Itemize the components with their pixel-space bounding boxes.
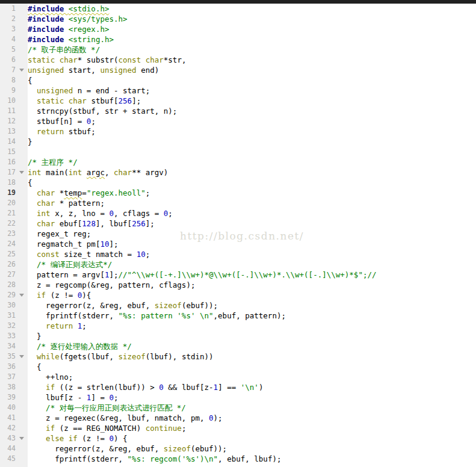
code-line[interactable]: 30 regerror(z, &reg, ebuf, sizeof(ebuf))… bbox=[0, 300, 476, 311]
code-line[interactable]: 36 { bbox=[0, 362, 476, 372]
line-number: 18 bbox=[0, 178, 16, 188]
code-text: else if (z != 0) { bbox=[28, 433, 128, 444]
line-number: 25 bbox=[0, 249, 16, 259]
code-line[interactable]: 39 lbuf[z - 1] = 0; bbox=[0, 392, 476, 403]
chevron-down-icon bbox=[19, 437, 24, 440]
code-line[interactable]: 33 } bbox=[0, 331, 476, 341]
code-line[interactable]: 17int main(int argc, char** argv) bbox=[0, 167, 476, 178]
code-text: fprintf(stderr, "%s: pattern '%s' \n",eb… bbox=[28, 311, 286, 321]
current-line-number: 19 bbox=[0, 188, 16, 198]
chevron-down-icon bbox=[19, 294, 24, 297]
line-number: 21 bbox=[0, 208, 16, 218]
code-line[interactable]: 26 /* 编译正则表达式*/ bbox=[0, 259, 476, 270]
code-line[interactable]: 27 pattern = argv[1];//"^\\w+([-+.]\\w+)… bbox=[0, 270, 476, 280]
code-line[interactable]: 38 if ((z = strlen(lbuf)) > 0 && lbuf[z-… bbox=[0, 382, 476, 392]
chevron-down-icon bbox=[19, 69, 24, 72]
code-line[interactable]: 4#include <string.h> bbox=[0, 34, 476, 45]
code-line[interactable]: 29 if (z != 0){ bbox=[0, 290, 476, 300]
line-number: 1 bbox=[0, 4, 16, 14]
line-number: 27 bbox=[0, 270, 16, 280]
code-line[interactable]: 1#include <stdio.h> bbox=[0, 4, 476, 14]
code-line[interactable]: 14} bbox=[0, 137, 476, 147]
code-line[interactable]: 25 const size_t nmatch = 10; bbox=[0, 249, 476, 259]
code-line[interactable]: 11 strncpy(stbuf, str + start, n); bbox=[0, 106, 476, 116]
code-text: regerror(z, &reg, ebuf, sizeof(ebuf)); bbox=[28, 444, 227, 454]
line-number: 37 bbox=[0, 372, 16, 382]
line-number: 22 bbox=[0, 218, 16, 229]
code-line[interactable]: 43 else if (z != 0) { bbox=[0, 433, 476, 444]
code-line[interactable]: 8{ bbox=[0, 75, 476, 85]
fold-toggle[interactable] bbox=[16, 69, 28, 72]
fold-toggle[interactable] bbox=[16, 437, 28, 440]
code-line[interactable]: 28 z = regcomp(&reg, pattern, cflags); bbox=[0, 280, 476, 290]
fold-toggle[interactable] bbox=[16, 355, 28, 358]
code-line[interactable]: 19 char *temp="regex.heoll"; bbox=[0, 188, 476, 198]
code-line[interactable]: 13 return stbuf; bbox=[0, 126, 476, 137]
line-number: 29 bbox=[0, 290, 16, 300]
code-line[interactable]: 18{ bbox=[0, 178, 476, 188]
line-number: 7 bbox=[0, 65, 16, 75]
line-number: 31 bbox=[0, 311, 16, 321]
code-line[interactable]: 16/* 主程序 */ bbox=[0, 157, 476, 167]
fold-toggle[interactable] bbox=[16, 294, 28, 297]
code-line[interactable]: 44 regerror(z, &reg, ebuf, sizeof(ebuf))… bbox=[0, 444, 476, 454]
code-line[interactable]: 24 regmatch_t pm[10]; bbox=[0, 239, 476, 249]
line-number: 43 bbox=[0, 433, 16, 444]
code-text: char ebuf[128], lbuf[256]; bbox=[28, 218, 155, 229]
code-line[interactable]: 34 /* 逐行处理输入的数据 */ bbox=[0, 341, 476, 351]
code-line[interactable]: 12 stbuf[n] = 0; bbox=[0, 116, 476, 126]
code-text: unsigned n = end - start; bbox=[28, 85, 150, 96]
line-number: 44 bbox=[0, 444, 16, 454]
line-number: 14 bbox=[0, 137, 16, 147]
code-line[interactable]: 40 /* 对每一行应用正则表达式进行匹配 */ bbox=[0, 403, 476, 413]
line-number: 36 bbox=[0, 362, 16, 372]
code-text: while(fgets(lbuf, sizeof(lbuf), stdin)) bbox=[28, 351, 214, 362]
line-number: 42 bbox=[0, 423, 16, 433]
code-line[interactable]: 5/* 取子串的函数 */ bbox=[0, 45, 476, 55]
code-line[interactable]: 45 fprintf(stderr, "%s: regcom('%s')\n",… bbox=[0, 454, 476, 464]
line-number: 16 bbox=[0, 157, 16, 167]
code-line[interactable]: 15 bbox=[0, 147, 476, 157]
code-line[interactable]: 23 regex_t reg; bbox=[0, 229, 476, 239]
line-number: 23 bbox=[0, 229, 16, 239]
code-text: /* 主程序 */ bbox=[28, 157, 78, 167]
line-number: 5 bbox=[0, 45, 16, 55]
line-number: 33 bbox=[0, 331, 16, 341]
line-number: 35 bbox=[0, 351, 16, 362]
fold-toggle[interactable] bbox=[16, 171, 28, 174]
code-text: fprintf(stderr, "%s: regcom('%s')\n", eb… bbox=[28, 454, 281, 464]
code-text: pattern = argv[1];//"^\\w+([-+.]\\w+)*@\… bbox=[28, 270, 377, 280]
code-line[interactable]: 31 fprintf(stderr, "%s: pattern '%s' \n"… bbox=[0, 311, 476, 321]
code-line[interactable]: 7unsigned start, unsigned end) bbox=[0, 65, 476, 75]
line-number: 4 bbox=[0, 34, 16, 45]
code-line[interactable]: 37 ++lno; bbox=[0, 372, 476, 382]
code-editor[interactable]: 1#include <stdio.h>2#include <sys/types.… bbox=[0, 4, 476, 464]
code-line[interactable]: 22 char ebuf[128], lbuf[256]; bbox=[0, 218, 476, 229]
code-line[interactable]: 10 static char stbuf[256]; bbox=[0, 96, 476, 106]
code-text: if (z == REG_NOMATCH) continue; bbox=[28, 423, 186, 433]
code-text: return 1; bbox=[28, 321, 87, 331]
code-line[interactable]: 21 int x, z, lno = 0, cflags = 0; bbox=[0, 208, 476, 218]
line-number: 3 bbox=[0, 24, 16, 34]
code-line[interactable]: 6static char* substr(const char*str, bbox=[0, 55, 476, 65]
code-line[interactable]: 35 while(fgets(lbuf, sizeof(lbuf), stdin… bbox=[0, 351, 476, 362]
line-number: 40 bbox=[0, 403, 16, 413]
code-line[interactable]: 2#include <sys/types.h> bbox=[0, 14, 476, 24]
code-text: /* 对每一行应用正则表达式进行匹配 */ bbox=[28, 403, 186, 413]
code-line[interactable]: 32 return 1; bbox=[0, 321, 476, 331]
line-number: 45 bbox=[0, 454, 16, 464]
code-text: #include <sys/types.h> bbox=[28, 14, 128, 24]
code-text: if (z != 0){ bbox=[28, 290, 91, 300]
code-text: static char* substr(const char*str, bbox=[28, 55, 186, 65]
code-line[interactable]: 42 if (z == REG_NOMATCH) continue; bbox=[0, 423, 476, 433]
code-text: unsigned start, unsigned end) bbox=[28, 65, 159, 75]
line-number: 41 bbox=[0, 413, 16, 423]
code-text: regerror(z, &reg, ebuf, sizeof(ebuf)); bbox=[28, 300, 218, 311]
line-number: 24 bbox=[0, 239, 16, 249]
code-line[interactable]: 41 z = regexec(&reg, lbuf, nmatch, pm, 0… bbox=[0, 413, 476, 423]
code-text: ++lno; bbox=[28, 372, 73, 382]
code-line[interactable]: 9 unsigned n = end - start; bbox=[0, 85, 476, 96]
code-line[interactable]: 3#include <regex.h> bbox=[0, 24, 476, 34]
chevron-down-icon bbox=[19, 355, 24, 358]
code-line[interactable]: 20 char * pattern; bbox=[0, 198, 476, 208]
